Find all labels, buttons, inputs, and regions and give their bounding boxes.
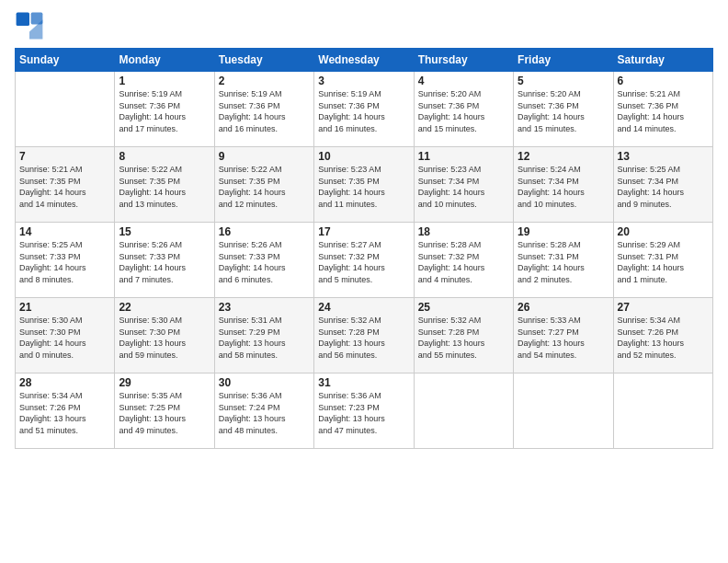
- logo: [15, 11, 48, 40]
- day-number: 25: [418, 301, 509, 314]
- day-info: Sunrise: 5:28 AM Sunset: 7:32 PM Dayligh…: [418, 239, 509, 285]
- day-number: 20: [618, 225, 709, 238]
- day-cell: 12Sunrise: 5:24 AM Sunset: 7:34 PM Dayli…: [514, 147, 613, 223]
- week-row-4: 21Sunrise: 5:30 AM Sunset: 7:30 PM Dayli…: [16, 298, 713, 373]
- day-info: Sunrise: 5:26 AM Sunset: 7:33 PM Dayligh…: [219, 239, 310, 285]
- day-cell: 4Sunrise: 5:20 AM Sunset: 7:36 PM Daylig…: [414, 72, 513, 147]
- day-number: 2: [219, 75, 310, 87]
- day-cell: [514, 373, 613, 449]
- day-cell: 31Sunrise: 5:36 AM Sunset: 7:23 PM Dayli…: [314, 373, 414, 449]
- day-cell: 23Sunrise: 5:31 AM Sunset: 7:29 PM Dayli…: [214, 298, 313, 373]
- day-info: Sunrise: 5:34 AM Sunset: 7:26 PM Dayligh…: [618, 315, 709, 361]
- day-number: 12: [518, 150, 609, 163]
- day-number: 13: [618, 150, 709, 163]
- day-info: Sunrise: 5:30 AM Sunset: 7:30 PM Dayligh…: [19, 315, 110, 361]
- day-info: Sunrise: 5:19 AM Sunset: 7:36 PM Dayligh…: [318, 88, 409, 134]
- day-info: Sunrise: 5:23 AM Sunset: 7:35 PM Dayligh…: [318, 164, 409, 210]
- day-info: Sunrise: 5:35 AM Sunset: 7:25 PM Dayligh…: [119, 390, 210, 436]
- day-cell: 22Sunrise: 5:30 AM Sunset: 7:30 PM Dayli…: [115, 298, 214, 373]
- day-info: Sunrise: 5:25 AM Sunset: 7:34 PM Dayligh…: [618, 164, 709, 210]
- day-info: Sunrise: 5:20 AM Sunset: 7:36 PM Dayligh…: [418, 88, 509, 134]
- day-info: Sunrise: 5:20 AM Sunset: 7:36 PM Dayligh…: [518, 88, 609, 134]
- day-info: Sunrise: 5:25 AM Sunset: 7:33 PM Dayligh…: [19, 239, 110, 285]
- day-info: Sunrise: 5:19 AM Sunset: 7:36 PM Dayligh…: [119, 88, 210, 134]
- svg-rect-0: [17, 13, 29, 26]
- week-row-3: 14Sunrise: 5:25 AM Sunset: 7:33 PM Dayli…: [16, 223, 713, 298]
- day-number: 10: [318, 150, 409, 163]
- day-cell: [613, 373, 712, 449]
- day-number: 9: [219, 150, 310, 163]
- day-cell: 15Sunrise: 5:26 AM Sunset: 7:33 PM Dayli…: [115, 223, 214, 298]
- day-number: 6: [618, 75, 709, 87]
- day-number: 1: [119, 75, 210, 87]
- day-info: Sunrise: 5:32 AM Sunset: 7:28 PM Dayligh…: [318, 315, 409, 361]
- week-row-1: 1Sunrise: 5:19 AM Sunset: 7:36 PM Daylig…: [16, 72, 713, 147]
- day-number: 21: [19, 301, 110, 314]
- day-number: 24: [318, 301, 409, 314]
- day-cell: 26Sunrise: 5:33 AM Sunset: 7:27 PM Dayli…: [514, 298, 613, 373]
- week-row-5: 28Sunrise: 5:34 AM Sunset: 7:26 PM Dayli…: [16, 373, 713, 449]
- day-info: Sunrise: 5:22 AM Sunset: 7:35 PM Dayligh…: [119, 164, 210, 210]
- day-number: 30: [219, 376, 310, 389]
- day-number: 15: [119, 225, 210, 238]
- day-number: 7: [19, 150, 110, 163]
- weekday-header-saturday: Saturday: [613, 49, 712, 72]
- day-cell: 20Sunrise: 5:29 AM Sunset: 7:31 PM Dayli…: [613, 223, 712, 298]
- day-cell: 2Sunrise: 5:19 AM Sunset: 7:36 PM Daylig…: [214, 72, 313, 147]
- day-cell: 1Sunrise: 5:19 AM Sunset: 7:36 PM Daylig…: [115, 72, 214, 147]
- day-cell: 21Sunrise: 5:30 AM Sunset: 7:30 PM Dayli…: [16, 298, 115, 373]
- day-info: Sunrise: 5:21 AM Sunset: 7:35 PM Dayligh…: [19, 164, 110, 210]
- day-number: 4: [418, 75, 509, 87]
- day-cell: 14Sunrise: 5:25 AM Sunset: 7:33 PM Dayli…: [16, 223, 115, 298]
- weekday-header-monday: Monday: [115, 49, 214, 72]
- day-info: Sunrise: 5:24 AM Sunset: 7:34 PM Dayligh…: [518, 164, 609, 210]
- day-info: Sunrise: 5:36 AM Sunset: 7:23 PM Dayligh…: [318, 390, 409, 436]
- page: SundayMondayTuesdayWednesdayThursdayFrid…: [0, 0, 728, 563]
- day-info: Sunrise: 5:21 AM Sunset: 7:36 PM Dayligh…: [618, 88, 709, 134]
- day-number: 14: [19, 225, 110, 238]
- day-cell: 16Sunrise: 5:26 AM Sunset: 7:33 PM Dayli…: [214, 223, 313, 298]
- day-cell: 28Sunrise: 5:34 AM Sunset: 7:26 PM Dayli…: [16, 373, 115, 449]
- day-info: Sunrise: 5:34 AM Sunset: 7:26 PM Dayligh…: [19, 390, 110, 436]
- day-cell: 9Sunrise: 5:22 AM Sunset: 7:35 PM Daylig…: [214, 147, 313, 223]
- day-cell: 5Sunrise: 5:20 AM Sunset: 7:36 PM Daylig…: [514, 72, 613, 147]
- day-number: 26: [518, 301, 609, 314]
- weekday-header-friday: Friday: [514, 49, 613, 72]
- weekday-header-tuesday: Tuesday: [214, 49, 313, 72]
- day-info: Sunrise: 5:26 AM Sunset: 7:33 PM Dayligh…: [119, 239, 210, 285]
- day-info: Sunrise: 5:36 AM Sunset: 7:24 PM Dayligh…: [219, 390, 310, 436]
- day-cell: 27Sunrise: 5:34 AM Sunset: 7:26 PM Dayli…: [613, 298, 712, 373]
- day-number: 16: [219, 225, 310, 238]
- day-number: 8: [119, 150, 210, 163]
- day-cell: [414, 373, 513, 449]
- day-cell: 24Sunrise: 5:32 AM Sunset: 7:28 PM Dayli…: [314, 298, 414, 373]
- day-cell: 30Sunrise: 5:36 AM Sunset: 7:24 PM Dayli…: [214, 373, 313, 449]
- day-info: Sunrise: 5:23 AM Sunset: 7:34 PM Dayligh…: [418, 164, 509, 210]
- day-cell: 11Sunrise: 5:23 AM Sunset: 7:34 PM Dayli…: [414, 147, 513, 223]
- weekday-header-wednesday: Wednesday: [314, 49, 414, 72]
- day-info: Sunrise: 5:30 AM Sunset: 7:30 PM Dayligh…: [119, 315, 210, 361]
- week-row-2: 7Sunrise: 5:21 AM Sunset: 7:35 PM Daylig…: [16, 147, 713, 223]
- day-info: Sunrise: 5:32 AM Sunset: 7:28 PM Dayligh…: [418, 315, 509, 361]
- day-cell: 13Sunrise: 5:25 AM Sunset: 7:34 PM Dayli…: [613, 147, 712, 223]
- day-number: 5: [518, 75, 609, 87]
- day-cell: 8Sunrise: 5:22 AM Sunset: 7:35 PM Daylig…: [115, 147, 214, 223]
- day-number: 19: [518, 225, 609, 238]
- day-cell: 18Sunrise: 5:28 AM Sunset: 7:32 PM Dayli…: [414, 223, 513, 298]
- weekday-header-thursday: Thursday: [414, 49, 513, 72]
- day-number: 29: [119, 376, 210, 389]
- day-info: Sunrise: 5:29 AM Sunset: 7:31 PM Dayligh…: [618, 239, 709, 285]
- day-number: 11: [418, 150, 509, 163]
- day-cell: 25Sunrise: 5:32 AM Sunset: 7:28 PM Dayli…: [414, 298, 513, 373]
- day-number: 17: [318, 225, 409, 238]
- logo-icon: [15, 11, 44, 40]
- day-info: Sunrise: 5:31 AM Sunset: 7:29 PM Dayligh…: [219, 315, 310, 361]
- day-cell: 19Sunrise: 5:28 AM Sunset: 7:31 PM Dayli…: [514, 223, 613, 298]
- day-cell: 10Sunrise: 5:23 AM Sunset: 7:35 PM Dayli…: [314, 147, 414, 223]
- weekday-header-sunday: Sunday: [16, 49, 115, 72]
- day-number: 31: [318, 376, 409, 389]
- day-cell: 17Sunrise: 5:27 AM Sunset: 7:32 PM Dayli…: [314, 223, 414, 298]
- day-cell: 7Sunrise: 5:21 AM Sunset: 7:35 PM Daylig…: [16, 147, 115, 223]
- day-info: Sunrise: 5:19 AM Sunset: 7:36 PM Dayligh…: [219, 88, 310, 134]
- weekday-header-row: SundayMondayTuesdayWednesdayThursdayFrid…: [16, 49, 713, 72]
